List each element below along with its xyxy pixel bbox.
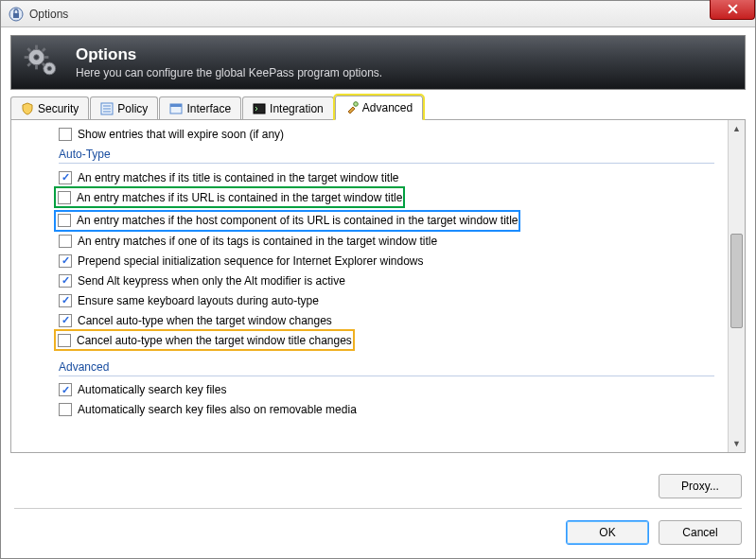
dialog-footer: Proxy... OK Cancel [1,463,755,558]
checkbox[interactable] [59,235,72,248]
svg-point-21 [353,102,358,107]
checkbox[interactable] [59,171,72,184]
banner-title: Options [76,45,382,64]
group-header-autotype: Auto-Type [11,144,728,163]
option-label: An entry matches if its title is contain… [78,171,399,184]
checkbox[interactable] [59,274,72,288]
svg-line-10 [27,48,30,51]
ok-button[interactable]: OK [566,520,649,545]
option-row[interactable]: An entry matches if its title is contain… [11,167,728,187]
tools-icon [345,101,359,114]
option-label: Show entries that will expire soon (if a… [78,128,284,141]
checkbox[interactable] [59,403,72,416]
checkbox[interactable] [59,294,72,307]
tab-label: Policy [117,102,148,115]
svg-line-12 [43,48,45,51]
svg-point-5 [47,66,51,70]
checkbox[interactable] [59,128,72,141]
options-banner: Options Here you can configure the globa… [10,35,746,90]
option-row[interactable]: Prepend special initialization sequence … [11,251,728,271]
option-row-highlighted-blue[interactable]: An entry matches if the host component o… [55,211,519,231]
lock-icon [9,7,24,22]
option-label: Prepend special initialization sequence … [78,254,424,268]
checkbox[interactable] [58,334,71,347]
option-row[interactable]: Send Alt keypress when only the Alt modi… [11,271,728,290]
svg-rect-1 [13,13,19,18]
close-icon [728,4,738,14]
scroll-down-icon[interactable]: ▼ [729,435,745,452]
scrollbar[interactable]: ▲ ▼ [728,120,745,452]
option-row[interactable]: Ensure same keyboard layouts during auto… [11,290,728,310]
svg-line-11 [43,63,45,66]
checkbox[interactable] [58,191,71,204]
gears-icon [21,42,62,83]
options-list: Show entries that will expire soon (if a… [10,120,746,453]
scroll-thumb[interactable] [730,234,743,328]
group-rule [59,376,714,376]
svg-rect-19 [170,104,182,107]
option-row-highlighted-green[interactable]: An entry matches if its URL is contained… [55,187,404,207]
option-label: Cancel auto-type when the target window … [77,334,352,347]
checkbox[interactable] [59,314,72,327]
option-label: An entry matches if the host component o… [77,214,518,227]
cancel-button[interactable]: Cancel [659,520,742,545]
tab-interface[interactable]: Interface [159,96,241,119]
tab-label: Advanced [362,101,413,114]
option-row[interactable]: Automatically search key files [11,380,728,400]
tab-label: Integration [270,102,324,115]
option-label: An entry matches if its URL is contained… [77,191,402,204]
titlebar: Options [1,1,755,27]
tab-advanced[interactable]: Advanced [335,96,423,120]
option-label: Send Alt keypress when only the Alt modi… [78,274,345,288]
option-label: An entry matches if one of its tags is c… [78,235,437,248]
tab-integration[interactable]: Integration [242,96,334,119]
option-row[interactable]: Show entries that will expire soon (if a… [11,124,728,144]
option-row[interactable]: An entry matches if one of its tags is c… [11,231,728,251]
tab-security[interactable]: Security [10,96,89,119]
option-row[interactable]: Automatically search key files also on r… [11,400,728,420]
scroll-up-icon[interactable]: ▲ [729,120,745,137]
window-icon [169,102,183,115]
svg-line-13 [27,63,30,66]
tab-label: Security [38,102,79,115]
option-label: Automatically search key files [78,383,226,396]
option-label: Automatically search key files also on r… [78,403,357,416]
option-label: Ensure same keyboard layouts during auto… [78,294,319,307]
close-button[interactable] [710,0,755,20]
checkbox[interactable] [59,254,72,268]
list-icon [100,102,114,115]
svg-point-3 [34,55,40,61]
banner-subtitle: Here you can configure the global KeePas… [76,66,382,79]
separator [14,508,742,509]
checkbox[interactable] [59,383,72,396]
tab-label: Interface [186,102,231,115]
terminal-icon [253,102,266,115]
option-row[interactable]: Cancel auto-type when the target window … [11,310,728,330]
group-header-advanced: Advanced [11,357,728,376]
tab-policy[interactable]: Policy [90,96,158,119]
checkbox[interactable] [58,214,71,227]
option-label: Cancel auto-type when the target window … [78,314,332,327]
option-row-highlighted-orange[interactable]: Cancel auto-type when the target window … [55,330,354,350]
window-title: Options [29,8,68,21]
shield-icon [21,102,34,115]
tabstrip: Security Policy Interface Integration Ad… [10,96,746,120]
svg-rect-20 [254,104,265,114]
proxy-button[interactable]: Proxy... [659,474,742,498]
group-rule [59,163,714,164]
